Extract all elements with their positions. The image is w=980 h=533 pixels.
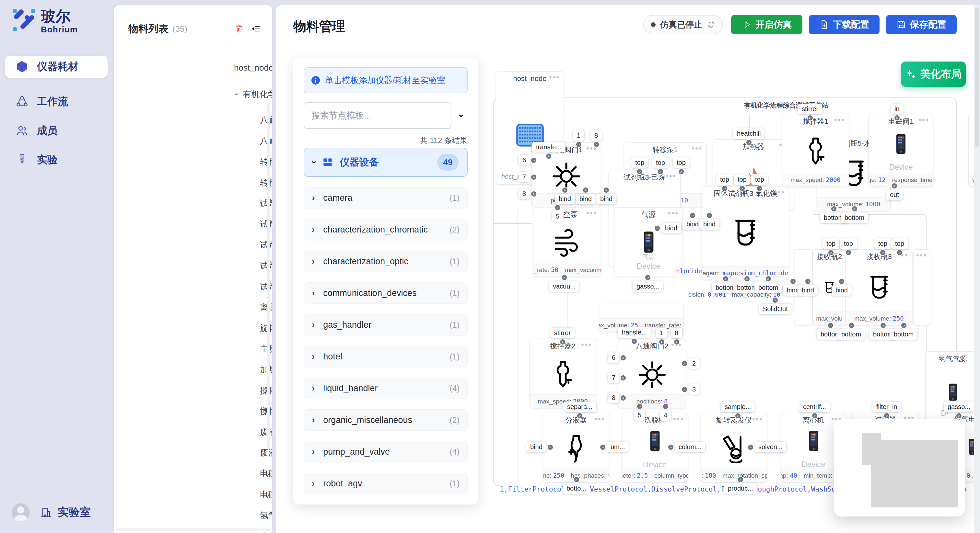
port-dot-icon[interactable]: > [530,157,537,163]
material-item[interactable]: 试剂瓶5-水 [260,281,272,292]
material-item[interactable]: 八通阀门2 [260,135,272,147]
template-group-liquid_handler[interactable]: ›liquid_handler(4) [304,378,468,399]
port-dot-icon[interactable]: > [737,476,744,483]
material-item[interactable]: 试剂瓶3-己烷 [260,239,272,251]
node-menu-icon[interactable]: ••• [668,208,679,218]
port-dot-icon[interactable]: > [848,322,854,329]
search-template-input[interactable] [304,102,452,129]
node-menu-icon[interactable]: ••• [774,187,785,197]
port-dot-icon[interactable]: > [746,139,752,146]
port-dot-icon[interactable]: > [689,212,696,219]
node-menu-icon[interactable]: ••• [834,115,845,125]
refresh-icon[interactable] [707,21,715,29]
download-config-button[interactable]: 下载配置 [809,15,880,34]
port-dot-icon[interactable]: > [805,278,811,285]
port-dot-icon[interactable]: > [830,206,837,212]
sidebar-item-workflow[interactable]: 工作流 [5,91,108,112]
port-dot-icon[interactable]: > [845,249,852,256]
node-menu-icon[interactable]: ••• [673,414,684,424]
tree-item-host-node[interactable]: host_node [234,63,272,73]
port-dot-icon[interactable]: > [636,168,643,175]
material-item[interactable]: 转移泵2 [260,177,272,189]
port-dot-icon[interactable]: > [851,206,858,212]
material-item[interactable]: 电磁阀1 [260,468,272,479]
material-item[interactable]: 氢气电磁阀 [260,510,272,521]
material-item[interactable]: 搅拌器1 [260,385,272,397]
chevron-down-icon[interactable]: › [232,93,242,95]
port-dot-icon[interactable]: > [807,115,813,121]
port-dot-icon[interactable]: > [631,338,638,344]
port-dot-icon[interactable]: > [593,141,600,148]
port-dot-icon[interactable]: > [678,168,684,175]
canvas-node-vacuum_pump[interactable]: 真空泵•••pump_rate: 50max_vacuum: 0.1 [533,207,601,277]
port-dot-icon[interactable]: > [603,187,609,194]
sidebar-item-instruments[interactable]: 仪器耗材 [5,56,108,78]
template-group-characterization_chromatic[interactable]: ›characterization_chromatic(2) [304,219,468,240]
tree-item-workstation[interactable]: ›有机化学流程综合测试工作站 [235,89,272,100]
port-dot-icon[interactable]: > [662,403,669,409]
port-dot-icon[interactable]: > [562,187,568,194]
canvas-node-receiver3[interactable]: 接收瓶3•••max_volume: 250 [846,249,912,325]
port-dot-icon[interactable]: > [620,395,627,401]
port-dot-icon[interactable]: > [657,168,664,175]
collapse-panel-chevron-icon[interactable]: › [456,110,468,121]
port-dot-icon[interactable]: > [790,278,796,285]
port-dot-icon[interactable]: > [772,297,778,303]
port-dot-icon[interactable]: > [555,204,561,211]
port-dot-icon[interactable]: > [636,403,643,409]
node-menu-icon[interactable]: ••• [666,171,676,181]
node-menu-icon[interactable]: ••• [692,143,702,154]
avatar[interactable] [12,503,30,521]
canvas-node-stirrer1[interactable]: 搅拌器1•••max_speed: 2000 [782,114,849,187]
materials-vertical-scrollbar[interactable] [267,102,270,449]
port-dot-icon[interactable]: > [620,355,627,361]
port-dot-icon[interactable]: > [654,225,660,232]
material-item[interactable]: 搅拌器2 [260,406,272,417]
material-item[interactable]: 八通阀门1 [260,115,272,126]
port-dot-icon[interactable]: > [896,249,903,256]
port-dot-icon[interactable]: > [530,191,537,197]
save-config-button[interactable]: 保存配置 [886,15,957,34]
node-menu-icon[interactable]: ••• [752,414,763,424]
port-dot-icon[interactable]: > [827,322,834,329]
material-item[interactable]: 试剂瓶4-甲醇 [260,260,272,271]
start-simulation-button[interactable]: 开启仿真 [731,15,802,34]
material-item[interactable]: 试剂瓶2-乙酸乙酯 [260,219,272,230]
port-dot-icon[interactable]: > [735,412,741,419]
canvas-node-stirrer2[interactable]: 搅拌器2•••max_speed: 2000 [530,339,596,408]
port-dot-icon[interactable]: > [706,212,713,219]
port-dot-icon[interactable]: > [883,412,890,419]
port-dot-icon[interactable]: > [547,444,554,451]
material-item[interactable]: 试剂瓶1-DMF [260,198,272,209]
material-item[interactable]: 电磁阀2 [260,489,272,500]
node-menu-icon[interactable]: ••• [918,115,929,125]
material-item[interactable]: 离心机 [260,302,272,313]
port-dot-icon[interactable]: > [576,412,583,419]
template-group-pump_and_valve[interactable]: ›pump_and_valve(4) [304,441,468,462]
template-group-hotel[interactable]: ›hotel(1) [304,346,468,367]
port-dot-icon[interactable]: > [559,339,566,345]
node-menu-icon[interactable]: ••• [581,339,592,350]
sidebar-item-members[interactable]: 成员 [5,121,108,141]
port-dot-icon[interactable]: > [891,182,898,189]
port-dot-icon[interactable]: > [900,322,907,329]
category-instruments[interactable]: › 仪器设备 49 [304,148,468,177]
port-dot-icon[interactable]: > [894,115,900,121]
page-vertical-scrollbar[interactable] [974,5,980,533]
sidebar-item-experiments[interactable]: 实验 [5,150,108,170]
material-item[interactable]: 废液瓶2 [260,447,272,458]
template-group-robot_agv[interactable]: ›robot_agv(1) [304,473,468,494]
material-item[interactable]: 主反应器 [260,343,272,355]
beautify-layout-button[interactable]: 美化布局 [901,62,966,87]
material-item[interactable]: 转移泵1 [260,156,272,167]
port-dot-icon[interactable]: > [880,249,886,256]
template-group-gas_handler[interactable]: ›gas_handler(1) [304,314,468,335]
node-menu-icon[interactable]: ••• [594,414,605,424]
template-group-organic_miscellaneous[interactable]: ›organic_miscellaneous(2) [304,409,468,431]
port-dot-icon[interactable]: > [530,174,537,180]
port-dot-icon[interactable]: > [880,322,886,329]
port-dot-icon[interactable]: > [721,185,728,192]
port-dot-icon[interactable]: > [620,374,627,381]
port-dot-icon[interactable]: > [561,274,568,281]
template-group-communication_devices[interactable]: ›communication_devices(1) [304,282,468,304]
